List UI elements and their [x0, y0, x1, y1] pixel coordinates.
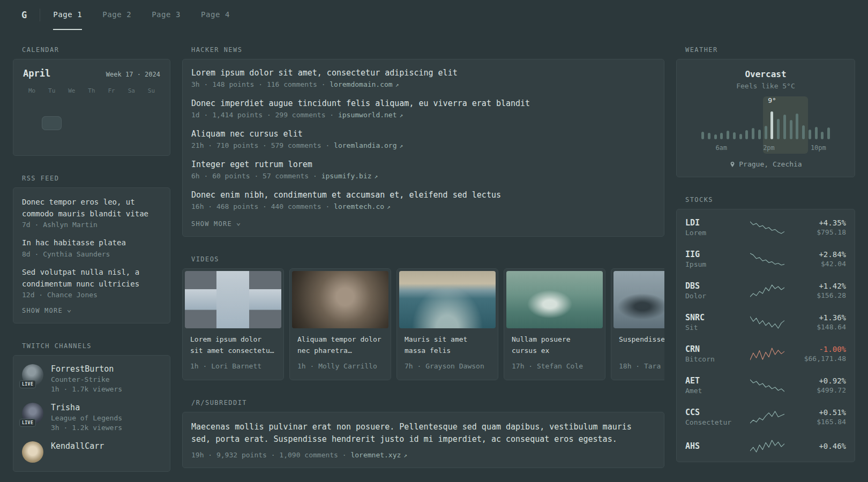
- stock-row[interactable]: DBS Dolor +1.42% $156.28: [685, 275, 846, 306]
- hn-story[interactable]: Lorem ipsum dolor sit amet, consectetur …: [191, 68, 655, 88]
- video-card[interactable]: Suspendisse diam 18h · Tara: [611, 268, 664, 380]
- weather-widget-title: WEATHER: [685, 46, 855, 54]
- app-logo[interactable]: G: [21, 0, 40, 30]
- stock-row[interactable]: CCS Consectetur +0.51% $165.84: [685, 401, 846, 433]
- story-domain-link[interactable]: loremdomain.com: [330, 80, 392, 88]
- video-body: Lorem ipsum dolor sit amet consectetu… 1…: [185, 328, 281, 378]
- rss-item[interactable]: In hac habitasse platea 8d · Cynthia Sau…: [22, 237, 161, 258]
- video-meta: 1h · Molly Carrillo: [297, 362, 383, 370]
- page-tab[interactable]: Page 1: [53, 0, 82, 30]
- stock-symbol[interactable]: CRN: [685, 344, 745, 354]
- hn-story-title[interactable]: Donec imperdiet augue tincidunt felis al…: [191, 99, 655, 108]
- video-thumbnail[interactable]: [399, 271, 496, 328]
- stock-symbol[interactable]: IIG: [685, 250, 745, 259]
- video-carousel[interactable]: Lorem ipsum dolor sit amet consectetu… 1…: [182, 268, 664, 380]
- video-thumbnail[interactable]: [613, 271, 664, 328]
- stock-name: Dolor: [685, 292, 745, 300]
- page-tab-label: Page 3: [152, 10, 181, 19]
- left-column: CALENDAR April Week 17 · 2024 MoTuWeThFr…: [13, 46, 170, 482]
- stock-symbol[interactable]: LDI: [685, 218, 745, 228]
- hn-story-stats: 3h · 148 points · 116 comments ·: [191, 80, 325, 88]
- story-domain-link[interactable]: loremlandia.org: [334, 141, 396, 149]
- rss-item-title[interactable]: Donec tempor eros leo, ut commodo mauris…: [22, 197, 161, 220]
- rss-item-title[interactable]: Sed volutpat nulla nisl, a condimentum n…: [22, 267, 161, 290]
- twitch-channel[interactable]: LIVE Trisha League of Legends 3h · 1.2k …: [22, 403, 161, 432]
- avatar: LIVE: [22, 403, 43, 424]
- stock-row[interactable]: AET Amet +0.92% $499.72: [685, 370, 846, 401]
- calendar-month: April: [23, 68, 50, 79]
- rss-show-more-button[interactable]: SHOW MORE⌄: [22, 307, 72, 314]
- hn-story-title[interactable]: Aliquam nec cursus elit: [191, 129, 655, 139]
- video-card[interactable]: Lorem ipsum dolor sit amet consectetu… 1…: [182, 268, 284, 380]
- hn-story-title[interactable]: Lorem ipsum dolor sit amet, consectetur …: [191, 68, 655, 78]
- page-tab[interactable]: Page 2: [102, 0, 131, 30]
- weather-hour-bar: [783, 115, 786, 139]
- page-tab[interactable]: Page 4: [201, 0, 230, 30]
- stock-row[interactable]: SNRC Sit +1.36% $148.64: [685, 306, 846, 338]
- weather-bars: [701, 109, 830, 139]
- video-title[interactable]: Aliquam tempor dolor nec pharetra…: [297, 334, 383, 357]
- video-title[interactable]: Mauris sit amet massa felis: [405, 334, 490, 357]
- weather-hour-bar: [765, 126, 767, 139]
- stock-row[interactable]: AHS +0.46%: [685, 433, 846, 460]
- twitch-channel[interactable]: KendallCarr: [22, 441, 161, 463]
- page-tab[interactable]: Page 3: [152, 0, 181, 30]
- story-domain-link[interactable]: loremtech.co: [334, 202, 384, 210]
- story-domain-link[interactable]: ipsumify.biz: [321, 172, 372, 180]
- hn-show-more-button[interactable]: SHOW MORE⌄: [191, 220, 241, 228]
- external-link-icon: ↗: [395, 81, 399, 88]
- channel-name[interactable]: ForrestBurton: [51, 364, 122, 374]
- story-domain-link[interactable]: ipsumworld.net: [338, 111, 397, 119]
- video-thumbnail[interactable]: [292, 271, 388, 328]
- hn-story[interactable]: Donec enim nibh, condimentum et accumsan…: [191, 190, 655, 210]
- stock-sparkline: [745, 315, 789, 329]
- video-card[interactable]: Aliquam tempor dolor nec pharetra… 1h · …: [289, 268, 391, 380]
- stock-symbol[interactable]: SNRC: [685, 313, 745, 322]
- stock-symbol[interactable]: AHS: [685, 441, 745, 451]
- video-card[interactable]: Mauris sit amet massa felis 7h · Grayson…: [396, 268, 498, 380]
- rss-item-title[interactable]: In hac habitasse platea: [22, 237, 161, 249]
- hn-story[interactable]: Integer eget rutrum lorem 6h · 60 points…: [191, 160, 655, 180]
- rss-item[interactable]: Donec tempor eros leo, ut commodo mauris…: [22, 197, 161, 229]
- reddit-post[interactable]: Maecenas mollis pulvinar erat non posuer…: [191, 421, 655, 459]
- live-badge: LIVE: [19, 380, 36, 388]
- rss-item-meta: 12d · Chance Jones: [22, 291, 161, 299]
- video-card[interactable]: Nullam posuere cursus ex 17h · Stefan Co…: [504, 268, 605, 380]
- video-title[interactable]: Lorem ipsum dolor sit amet consectetu…: [190, 334, 276, 357]
- hn-story[interactable]: Donec imperdiet augue tincidunt felis al…: [191, 99, 655, 119]
- twitch-card: LIVE ForrestBurton Counter-Strike 1h · 1…: [13, 355, 170, 472]
- hn-story-title[interactable]: Donec enim nibh, condimentum et accumsan…: [191, 190, 655, 200]
- stock-symbol[interactable]: CCS: [685, 408, 745, 417]
- external-link-icon: ↗: [400, 142, 403, 149]
- calendar-day-name: Mo: [22, 87, 42, 94]
- post-domain-link[interactable]: loremnet.xyz: [350, 451, 401, 459]
- stock-row[interactable]: IIG Ipsum +2.84% $42.04: [685, 243, 846, 275]
- video-title[interactable]: Nullam posuere cursus ex: [512, 334, 597, 357]
- weather-hour-bar: [821, 132, 824, 139]
- stock-symbol[interactable]: DBS: [685, 281, 745, 291]
- hn-story-stats: 1d · 1,414 points · 299 comments ·: [191, 111, 334, 119]
- stock-symbol[interactable]: AET: [685, 376, 745, 386]
- channel-name[interactable]: Trisha: [51, 403, 122, 412]
- stock-row[interactable]: LDI Lorem +4.35% $795.18: [685, 212, 846, 243]
- hn-story[interactable]: Aliquam nec cursus elit 21h · 710 points…: [191, 129, 655, 149]
- stock-sparkline: [745, 347, 789, 361]
- twitch-channel[interactable]: LIVE ForrestBurton Counter-Strike 1h · 1…: [22, 364, 161, 393]
- stock-values: +2.84% $42.04: [789, 250, 846, 268]
- rss-item[interactable]: Sed volutpat nulla nisl, a condimentum n…: [22, 267, 161, 299]
- reddit-post-title[interactable]: Maecenas mollis pulvinar erat non posuer…: [191, 421, 655, 446]
- videos-widget-title: VIDEOS: [191, 255, 664, 263]
- stock-price: $148.64: [789, 323, 846, 331]
- stock-row[interactable]: CRN Bitcorn -1.00% $66,171.48: [685, 338, 846, 370]
- stock-change: +1.42%: [789, 282, 846, 290]
- hn-story-stats: 6h · 60 points · 57 comments ·: [191, 172, 317, 180]
- hn-story-title[interactable]: Integer eget rutrum lorem: [191, 160, 655, 169]
- weather-hour-bar: [809, 130, 811, 139]
- stock-values: +0.51% $165.84: [789, 408, 846, 426]
- weather-time-labels: 6am2pm10pm: [701, 144, 830, 152]
- video-thumbnail[interactable]: [506, 271, 603, 328]
- video-title[interactable]: Suspendisse diam: [619, 334, 664, 357]
- stocks-widget: STOCKS LDI Lorem +4.35% $795.18: [676, 196, 855, 462]
- video-thumbnail[interactable]: [185, 271, 281, 328]
- channel-name[interactable]: KendallCarr: [51, 441, 104, 451]
